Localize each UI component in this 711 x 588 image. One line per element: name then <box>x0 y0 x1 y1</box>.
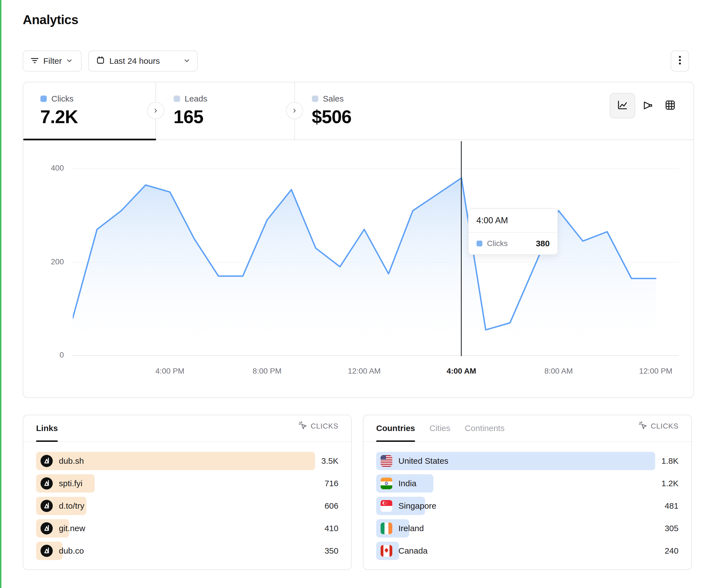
x-axis-tick: 12:00 AM <box>337 367 392 376</box>
x-axis-tick: 8:00 PM <box>239 367 295 376</box>
clicks-series-swatch <box>40 95 47 102</box>
more-options-button[interactable] <box>671 50 689 72</box>
link-row[interactable]: git.new410 <box>36 519 339 538</box>
link-clicks-value: 3.5K <box>321 452 339 470</box>
date-range-label: Last 24 hours <box>109 56 160 66</box>
geo-panel: Countries Cities Continents CLICKS Unite… <box>363 415 692 570</box>
tab-sales[interactable]: Sales $506 <box>312 82 417 139</box>
dub-logo-icon <box>41 500 53 512</box>
link-row[interactable]: dub.sh3.5K <box>36 452 339 470</box>
sg-flag-icon <box>381 500 392 512</box>
y-axis-tick-0: 0 <box>39 350 64 359</box>
sales-tab-label: Sales <box>323 94 344 104</box>
tab-clicks[interactable]: Clicks 7.2K <box>40 82 151 139</box>
cursor-click-icon <box>298 421 307 432</box>
tab-leads[interactable]: Leads 165 <box>173 82 279 139</box>
clicks-tab-label: Clicks <box>51 94 73 104</box>
tab-continents[interactable]: Continents <box>465 424 504 441</box>
dub-logo-icon <box>41 545 53 557</box>
chevron-down-icon <box>66 56 72 66</box>
country-clicks-value: 1.2K <box>661 474 678 493</box>
funnel-view-button[interactable] <box>635 93 661 118</box>
geo-metric-label: CLICKS <box>651 422 678 430</box>
link-clicks-value: 606 <box>325 497 339 515</box>
link-label: dub.co <box>59 546 84 556</box>
x-axis-tick: 8:00 AM <box>531 367 586 376</box>
links-panel-rows: dub.sh3.5Kspti.fyi716d.to/try606git.new4… <box>23 442 351 560</box>
ca-flag-icon <box>381 545 392 557</box>
in-flag-icon <box>381 478 392 489</box>
tooltip-time: 4:00 AM <box>469 209 558 232</box>
dub-logo-icon <box>41 477 53 490</box>
country-label: Ireland <box>398 524 424 533</box>
country-clicks-value: 481 <box>665 497 678 515</box>
funnel-icon <box>642 99 654 112</box>
link-label: dub.sh <box>59 456 84 466</box>
grid-table-icon <box>664 99 676 112</box>
link-clicks-value: 410 <box>325 519 339 538</box>
y-axis-tick-400: 400 <box>39 164 64 173</box>
chart-area-fill <box>73 178 656 356</box>
analytics-page: Analytics Filter Last 24 hours <box>0 0 711 588</box>
cursor-click-icon <box>638 421 647 432</box>
country-row[interactable]: Canada240 <box>376 542 678 560</box>
tooltip-value: 380 <box>536 239 550 248</box>
country-label: India <box>398 479 416 488</box>
link-row[interactable]: dub.co350 <box>36 542 339 560</box>
ie-flag-icon <box>381 523 392 534</box>
tooltip-series-label: Clicks <box>487 239 531 248</box>
tooltip-clicks-swatch <box>476 241 482 247</box>
filter-button[interactable]: Filter <box>23 50 82 72</box>
link-label: spti.fyi <box>59 479 83 488</box>
kebab-menu-icon <box>676 55 684 68</box>
window-left-edge <box>0 0 1 588</box>
expand-leads-button[interactable] <box>286 102 303 119</box>
country-row[interactable]: India1.2K <box>376 474 678 493</box>
line-chart-view-button[interactable] <box>610 93 635 118</box>
tab-countries[interactable]: Countries <box>376 424 415 441</box>
country-clicks-value: 305 <box>665 519 678 538</box>
x-axis-tick: 4:00 AM <box>434 367 489 376</box>
tab-cities[interactable]: Cities <box>430 424 450 441</box>
country-row[interactable]: Singapore481 <box>376 497 678 515</box>
line-chart-icon <box>616 99 628 112</box>
country-label: Singapore <box>398 501 436 511</box>
sales-series-swatch <box>312 95 319 102</box>
date-range-picker[interactable]: Last 24 hours <box>88 50 198 72</box>
link-label: git.new <box>59 524 85 533</box>
link-row[interactable]: spti.fyi716 <box>36 474 339 493</box>
clicks-area-chart[interactable] <box>73 140 657 359</box>
hover-crosshair <box>461 141 462 356</box>
geo-panel-rows: United States1.8KIndia1.2KSingapore481Ir… <box>363 442 691 560</box>
page-title: Analytics <box>23 12 78 27</box>
links-panel: Links CLICKS dub.sh3.5Kspti.fyi716d.to/t… <box>23 415 352 570</box>
links-metric-label: CLICKS <box>311 422 339 430</box>
filter-button-label: Filter <box>43 56 62 66</box>
leads-tab-label: Leads <box>185 94 208 104</box>
table-view-button[interactable] <box>658 93 683 118</box>
country-clicks-value: 240 <box>665 542 678 560</box>
link-clicks-value: 350 <box>325 542 339 560</box>
chevron-down-icon <box>184 56 190 66</box>
country-row[interactable]: Ireland305 <box>376 519 678 538</box>
country-row[interactable]: United States1.8K <box>376 452 678 470</box>
chart-tooltip: 4:00 AM Clicks 380 <box>468 208 558 255</box>
geo-metric-header[interactable]: CLICKS <box>638 421 678 441</box>
leads-series-swatch <box>173 95 180 102</box>
links-metric-header[interactable]: CLICKS <box>298 421 339 441</box>
link-label: d.to/try <box>59 501 84 511</box>
expand-clicks-button[interactable] <box>147 102 164 119</box>
country-label: United States <box>398 456 448 466</box>
x-axis-tick: 12:00 PM <box>628 367 684 376</box>
country-label: Canada <box>398 546 428 556</box>
tab-links[interactable]: Links <box>36 424 58 441</box>
link-row[interactable]: d.to/try606 <box>36 497 339 515</box>
link-clicks-value: 716 <box>325 474 339 493</box>
dub-logo-icon <box>41 455 53 467</box>
us-flag-icon <box>381 455 392 467</box>
country-clicks-value: 1.8K <box>661 452 678 470</box>
x-axis-tick: 4:00 PM <box>142 367 198 376</box>
leads-total-value: 165 <box>173 106 203 127</box>
clicks-total-value: 7.2K <box>40 106 78 127</box>
y-axis-tick-200: 200 <box>39 257 64 266</box>
